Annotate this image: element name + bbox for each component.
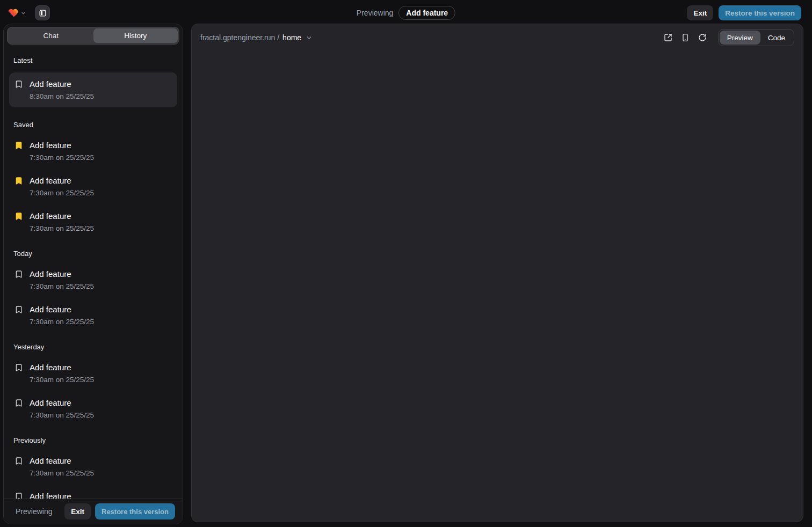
bookmark-icon bbox=[15, 80, 23, 102]
history-item-title: Add feature bbox=[30, 78, 94, 91]
version-name-badge: Add feature bbox=[398, 6, 455, 20]
history-item-timestamp: 7:30am on 25/25/25 bbox=[30, 281, 94, 292]
previewing-label: Previewing bbox=[16, 507, 52, 516]
history-item-timestamp: 7:30am on 25/25/25 bbox=[30, 409, 94, 421]
bookmark-saved-icon bbox=[15, 212, 23, 234]
sidebar-footer: Previewing Exit Restore this version bbox=[4, 499, 183, 524]
history-item[interactable]: Add feature 7:30am on 25/25/25 bbox=[9, 172, 177, 201]
history-item[interactable]: Add feature 7:30am on 25/25/25 bbox=[9, 208, 177, 236]
history-item-title: Add feature bbox=[30, 455, 94, 467]
open-in-new-tab-button[interactable] bbox=[661, 31, 675, 45]
section-title: Previously bbox=[13, 436, 173, 444]
panel-left-icon bbox=[39, 9, 47, 17]
history-item-title: Add feature bbox=[30, 139, 94, 152]
bookmark-icon bbox=[15, 305, 23, 327]
exit-button[interactable]: Exit bbox=[64, 503, 91, 519]
history-item-timestamp: 7:30am on 25/25/25 bbox=[30, 316, 94, 327]
external-link-icon bbox=[664, 33, 672, 42]
history-item-title: Add feature bbox=[30, 303, 94, 316]
mobile-view-button[interactable] bbox=[678, 31, 692, 45]
url-route-selector[interactable]: fractal.gptengineer.run / home bbox=[200, 33, 313, 42]
history-section-previously: Previously Add feature 7:30am on 25/25/2… bbox=[9, 436, 177, 499]
history-item[interactable]: Add feature 7:30am on 25/25/25 bbox=[9, 488, 177, 499]
section-title: Latest bbox=[13, 56, 173, 64]
chevron-down-icon bbox=[306, 34, 313, 41]
history-item-timestamp: 7:30am on 25/25/25 bbox=[30, 152, 94, 163]
previewing-label: Previewing bbox=[357, 9, 393, 17]
history-section-saved: Saved Add feature 7:30am on 25/25/25 Add… bbox=[9, 121, 177, 236]
history-section-today: Today Add feature 7:30am on 25/25/25 Add… bbox=[9, 250, 177, 330]
history-item-timestamp: 7:30am on 25/25/25 bbox=[30, 374, 94, 385]
url-page: home bbox=[282, 33, 301, 42]
top-bar: Previewing Add feature Exit Restore this… bbox=[0, 0, 812, 26]
history-item[interactable]: Add feature 7:30am on 25/25/25 bbox=[9, 394, 177, 423]
history-item[interactable]: Add feature 8:30am on 25/25/25 bbox=[9, 72, 177, 107]
toggle-sidebar-button[interactable] bbox=[35, 5, 50, 20]
history-item[interactable]: Add feature 7:30am on 25/25/25 bbox=[9, 137, 177, 165]
history-item-title: Add feature bbox=[30, 490, 94, 499]
bookmark-icon bbox=[15, 270, 23, 292]
restore-version-button[interactable]: Restore this version bbox=[719, 5, 801, 20]
section-title: Saved bbox=[13, 121, 173, 129]
workspace-menu-button[interactable] bbox=[6, 6, 27, 20]
preview-panel: fractal.gptengineer.run / home bbox=[191, 24, 803, 522]
bookmark-icon bbox=[15, 457, 23, 479]
history-item-title: Add feature bbox=[30, 268, 94, 281]
history-item[interactable]: Add feature 7:30am on 25/25/25 bbox=[9, 452, 177, 481]
bookmark-saved-icon bbox=[15, 141, 23, 163]
history-section-yesterday: Yesterday Add feature 7:30am on 25/25/25… bbox=[9, 343, 177, 423]
section-title: Yesterday bbox=[13, 343, 173, 351]
toggle-code[interactable]: Code bbox=[760, 31, 793, 45]
bookmark-saved-icon bbox=[15, 177, 23, 199]
preview-panel-header: fractal.gptengineer.run / home bbox=[192, 24, 803, 51]
history-sidebar: Chat History Latest Add feature 8:30am o… bbox=[3, 24, 183, 524]
restore-version-button[interactable]: Restore this version bbox=[95, 503, 175, 519]
history-item-timestamp: 7:30am on 25/25/25 bbox=[30, 187, 94, 199]
refresh-button[interactable] bbox=[695, 31, 709, 45]
lovable-heart-logo-icon bbox=[8, 8, 19, 19]
tab-history[interactable]: History bbox=[93, 28, 178, 43]
bookmark-icon bbox=[15, 363, 23, 385]
history-item-title: Add feature bbox=[30, 210, 94, 223]
history-item-timestamp: 7:30am on 25/25/25 bbox=[30, 467, 94, 479]
history-section-latest: Latest Add feature 8:30am on 25/25/25 bbox=[9, 56, 177, 107]
smartphone-icon bbox=[681, 33, 690, 42]
section-title: Today bbox=[13, 250, 173, 258]
chevron-down-icon bbox=[20, 10, 26, 16]
bookmark-icon bbox=[15, 399, 23, 421]
sidebar-tabs: Chat History bbox=[7, 27, 179, 45]
history-item-title: Add feature bbox=[30, 397, 94, 409]
bookmark-icon bbox=[15, 492, 23, 499]
url-domain: fractal.gptengineer.run / bbox=[200, 33, 279, 42]
history-item-title: Add feature bbox=[30, 174, 94, 187]
history-item-timestamp: 8:30am on 25/25/25 bbox=[30, 91, 94, 102]
toggle-preview[interactable]: Preview bbox=[720, 31, 760, 45]
history-list[interactable]: Latest Add feature 8:30am on 25/25/25 Sa… bbox=[4, 45, 183, 499]
history-item[interactable]: Add feature 7:30am on 25/25/25 bbox=[9, 301, 177, 330]
history-item[interactable]: Add feature 7:30am on 25/25/25 bbox=[9, 266, 177, 294]
view-mode-toggle: Preview Code bbox=[718, 29, 794, 46]
preview-content bbox=[192, 51, 803, 522]
exit-button[interactable]: Exit bbox=[687, 5, 713, 20]
refresh-icon bbox=[698, 33, 707, 42]
history-item-title: Add feature bbox=[30, 361, 94, 374]
history-item[interactable]: Add feature 7:30am on 25/25/25 bbox=[9, 359, 177, 387]
tab-chat[interactable]: Chat bbox=[9, 28, 93, 43]
preview-status: Previewing Add feature bbox=[357, 0, 455, 26]
history-item-timestamp: 7:30am on 25/25/25 bbox=[30, 223, 94, 234]
